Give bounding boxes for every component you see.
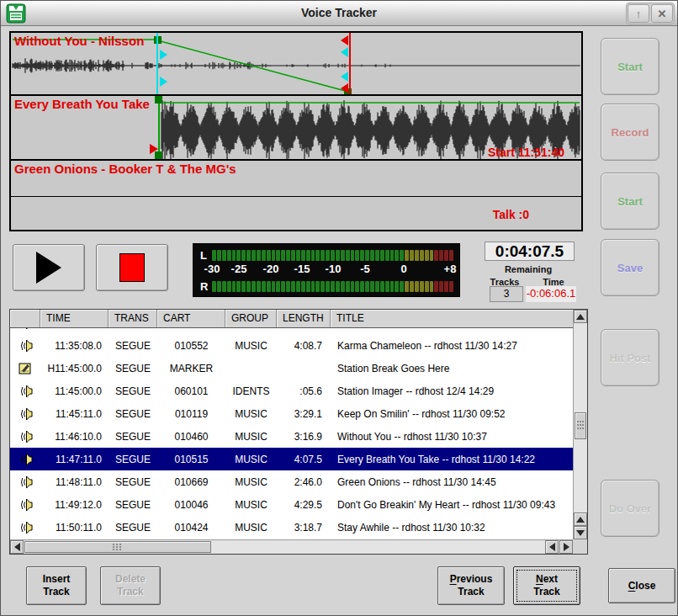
row-title: Every Breath You Take -- rdhost 11/30 14… bbox=[331, 454, 573, 465]
row-time: 11:46:10.0 bbox=[40, 431, 109, 443]
scroll-left-button-2[interactable] bbox=[545, 540, 559, 554]
segue-marker-right-2 bbox=[160, 77, 167, 87]
row-trans: SEGUE bbox=[109, 340, 157, 352]
playlist-row[interactable]: 11:50:11.0 SEGUE 010424 MUSIC 3:18.7 Sta… bbox=[10, 516, 573, 539]
row-cart: 010460 bbox=[157, 431, 225, 443]
stop-button[interactable] bbox=[96, 244, 168, 291]
playlist-row[interactable]: 11:45:11.0 SEGUE 010119 MUSIC 3:29.1 Kee… bbox=[10, 402, 573, 425]
playlist-row[interactable]: 11:48:11.0 SEGUE 010669 MUSIC 2:46.0 Gre… bbox=[10, 470, 573, 493]
vertical-scroll-thumb[interactable] bbox=[575, 412, 586, 439]
waveform-pane-1[interactable]: Without You - Nilsson bbox=[11, 33, 581, 96]
scroll-up-button[interactable] bbox=[574, 310, 587, 323]
titlebar[interactable]: Voice Tracker ↑ ✕ bbox=[1, 1, 677, 26]
vu-tick-label: 0 bbox=[400, 263, 406, 275]
row-group: MUSIC bbox=[225, 408, 277, 420]
vu-right-label: R bbox=[200, 281, 212, 292]
arrow-up-icon bbox=[576, 314, 585, 320]
row-length: 4:07.5 bbox=[277, 454, 331, 465]
scroll-down-button[interactable] bbox=[574, 526, 587, 539]
row-type-icon bbox=[10, 385, 40, 398]
scroll-left-button[interactable] bbox=[10, 540, 24, 554]
row-length: 4:29.5 bbox=[277, 499, 331, 511]
playlist-row[interactable]: 11:35:08.0 SEGUE 010552 MUSIC 4:08.7 Kar… bbox=[10, 334, 573, 357]
time-remaining-value: -0:06:06.1 bbox=[526, 286, 576, 302]
close-icon: ✕ bbox=[658, 8, 667, 20]
row-time: 11:45:11.0 bbox=[40, 408, 109, 420]
remaining-label: Remaining bbox=[480, 264, 576, 274]
playlist-row[interactable]: 11:47:11.0 SEGUE 010515 MUSIC 4:07.5 Eve… bbox=[10, 448, 573, 470]
shade-button[interactable]: ↑ bbox=[628, 4, 649, 23]
do-over-button[interactable]: Do Over bbox=[601, 480, 659, 537]
row-group: MUSIC bbox=[225, 454, 277, 465]
playlist-row[interactable]: H11:45:00.0 SEGUE MARKER Station Break G… bbox=[10, 357, 573, 380]
vu-tick-label: -20 bbox=[263, 263, 279, 275]
row-group: MUSIC bbox=[225, 499, 277, 511]
speaker-icon bbox=[18, 475, 33, 489]
row-length: 3:16.9 bbox=[277, 431, 331, 443]
row-title: Keep On Smilin' -- rdhost 11/30 09:52 bbox=[331, 408, 573, 420]
close-button[interactable]: Close bbox=[608, 568, 675, 603]
thumb-grip bbox=[113, 544, 123, 550]
start-1-button[interactable]: Start bbox=[601, 38, 659, 95]
next-track-button[interactable]: NextTrack bbox=[513, 566, 580, 605]
col-title[interactable]: TITLE bbox=[331, 310, 573, 327]
playlist-row[interactable] bbox=[10, 328, 573, 334]
playlist-row[interactable]: 11:46:10.0 SEGUE 010460 MUSIC 3:16.9 Wit… bbox=[10, 425, 573, 448]
row-cart: 010515 bbox=[157, 454, 225, 465]
playlist-row[interactable]: 11:49:12.0 SEGUE 010046 MUSIC 4:29.5 Don… bbox=[10, 493, 573, 516]
marker-note-icon bbox=[19, 362, 32, 375]
row-time: 11:35:08.0 bbox=[40, 340, 109, 352]
vu-tick-label: -5 bbox=[360, 263, 370, 275]
waveform-pane-2[interactable]: Every Breath You Take Start 11:51:40 bbox=[11, 96, 581, 161]
row-trans: SEGUE bbox=[109, 476, 157, 488]
col-time[interactable]: TIME bbox=[40, 310, 109, 327]
horizontal-scrollbar[interactable] bbox=[10, 539, 573, 554]
col-length[interactable]: LENGTH bbox=[277, 310, 331, 327]
scroll-up-button-2[interactable] bbox=[574, 512, 587, 526]
col-group[interactable]: GROUP bbox=[225, 310, 277, 327]
row-type-icon bbox=[10, 430, 40, 443]
delete-track-button[interactable]: DeleteTrack bbox=[100, 566, 161, 605]
col-cart[interactable]: CART bbox=[157, 310, 225, 327]
vertical-scrollbar[interactable] bbox=[573, 310, 587, 539]
vu-tick-label: -15 bbox=[294, 263, 310, 275]
hit-post-button[interactable]: Hit Post bbox=[601, 329, 659, 386]
window-title: Voice Tracker bbox=[1, 6, 677, 19]
row-type-icon bbox=[10, 339, 40, 353]
record-button[interactable]: Record bbox=[601, 104, 659, 161]
shade-icon: ↑ bbox=[636, 8, 642, 20]
row-cart: 010669 bbox=[157, 476, 225, 488]
save-button[interactable]: Save bbox=[601, 239, 659, 296]
vu-scale: -30-25-20-15-10-50+8 bbox=[200, 263, 454, 279]
speaker-icon bbox=[18, 328, 33, 330]
insert-track-button[interactable]: InsertTrack bbox=[26, 566, 87, 605]
row-length: 2:46.0 bbox=[277, 476, 331, 488]
row-group: IDENTS bbox=[225, 385, 277, 397]
close-window-button[interactable]: ✕ bbox=[651, 4, 673, 23]
row-title: Station Imager -- rdhost 12/4 14:29 bbox=[331, 385, 573, 397]
scroll-right-button[interactable] bbox=[559, 540, 573, 554]
playlist-row[interactable]: 11:45:00.0 SEGUE 060101 IDENTS :05.6 Sta… bbox=[10, 380, 573, 402]
col-icon[interactable] bbox=[10, 310, 40, 327]
horizontal-scroll-thumb[interactable] bbox=[24, 541, 211, 553]
previous-track-button[interactable]: PreviousTrack bbox=[437, 566, 505, 605]
start-2-button[interactable]: Start bbox=[601, 173, 659, 230]
vu-tick-label: -30 bbox=[204, 263, 220, 275]
row-type-icon bbox=[10, 328, 40, 330]
segue-start-line bbox=[156, 33, 158, 96]
row-group: MUSIC bbox=[225, 522, 277, 534]
row-time: 11:45:00.0 bbox=[40, 385, 109, 397]
speaker-icon bbox=[18, 385, 33, 398]
speaker-icon bbox=[18, 430, 33, 443]
row-length: 4:08.7 bbox=[277, 340, 331, 352]
play-button[interactable] bbox=[13, 244, 85, 291]
playlist-table: TIME TRANS CART GROUP LENGTH TITLE bbox=[9, 309, 588, 555]
thumb-grip bbox=[577, 421, 584, 431]
window-controls: ↑ ✕ bbox=[626, 3, 675, 24]
track-1-title: Without You - Nilsson bbox=[14, 34, 144, 48]
track-2-start-time: Start 11:51:40 bbox=[488, 146, 564, 159]
col-trans[interactable]: TRANS bbox=[109, 310, 157, 327]
waveform-pane-3[interactable]: Green Onions - Booker T & The MG's Talk … bbox=[11, 161, 581, 226]
row-trans: SEGUE bbox=[109, 454, 157, 465]
row-type-icon bbox=[10, 521, 40, 534]
